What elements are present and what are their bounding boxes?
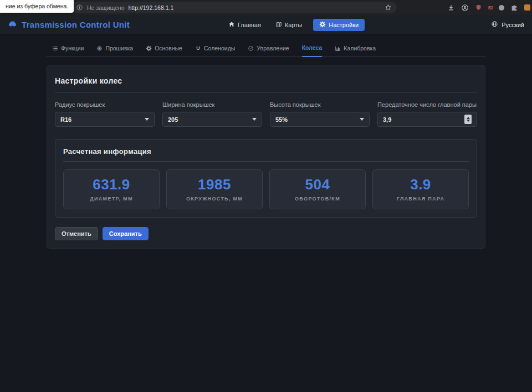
- tire-radius-select[interactable]: R16: [55, 112, 155, 127]
- stats-row: 631.9 ДИАМЕТР, ММ 1985 ОКРУЖНОСТЬ, ММ 50…: [63, 169, 469, 209]
- stat-value: 504: [273, 176, 362, 193]
- language-selector[interactable]: Русский: [491, 20, 524, 29]
- number-stepper[interactable]: [464, 115, 472, 124]
- circle-extension-icon[interactable]: [499, 5, 504, 11]
- list-icon: [52, 45, 58, 51]
- tab-label: Колеса: [302, 44, 323, 51]
- map-icon: [275, 21, 282, 29]
- stat-diameter: 631.9 ДИАМЕТР, ММ: [63, 169, 160, 209]
- settings-tabs: Функции Прошивка Основные: [47, 35, 485, 57]
- app-title: Transmission Control Unit: [22, 20, 130, 29]
- tab-functions[interactable]: Функции: [52, 45, 84, 56]
- bookmark-star-icon[interactable]: [385, 4, 392, 11]
- stat-value: 3.9: [376, 176, 465, 193]
- main-nav: Главная Карты Настройки: [225, 19, 365, 31]
- gear-icon: [319, 21, 326, 29]
- card-title: Настройки колес: [55, 73, 477, 87]
- divider: [63, 161, 469, 162]
- tab-solenoids[interactable]: Соленоиды: [195, 45, 235, 56]
- nav-home-label: Главная: [238, 22, 261, 28]
- tire-width-select[interactable]: 205: [162, 112, 262, 127]
- field-tire-height: Высота покрышек 55%: [270, 101, 370, 127]
- language-label: Русский: [502, 22, 524, 28]
- stat-label: ГЛАВНАЯ ПАРА: [376, 196, 465, 202]
- url-text[interactable]: http://192.168.1.1: [129, 4, 174, 11]
- security-label: Не защищено: [87, 4, 125, 11]
- cancel-button[interactable]: Отменить: [55, 227, 98, 240]
- home-icon: [228, 21, 235, 29]
- tire-height-select[interactable]: 55%: [270, 112, 370, 127]
- chevron-down-icon: [360, 118, 364, 121]
- stat-label: ДИАМЕТР, ММ: [67, 196, 156, 202]
- stat-value: 631.9: [67, 176, 156, 193]
- info-icon[interactable]: [76, 4, 83, 11]
- divider: [55, 92, 477, 92]
- s-extension-icon[interactable]: S!: [488, 4, 493, 11]
- browser-extensions-area: S!: [447, 2, 531, 13]
- field-label: Радиус покрышек: [55, 101, 155, 108]
- nav-maps-label: Карты: [285, 22, 302, 28]
- browser-chrome: Не защищено http://192.168.1.1 S! ние из: [0, 0, 532, 15]
- field-final-drive-ratio: Передаточное число главной пары 3,9: [377, 101, 477, 127]
- wheel-settings-card: Настройки колес Радиус покрышек R16 Шири…: [47, 65, 485, 249]
- tab-firmware[interactable]: Прошивка: [96, 45, 133, 56]
- orange-extension-icon[interactable]: [524, 4, 530, 11]
- field-label: Ширина покрышек: [162, 101, 262, 108]
- tab-control[interactable]: Управление: [248, 45, 289, 56]
- nav-settings[interactable]: Настройки: [313, 19, 365, 31]
- clipboard-tooltip: ние из буфера обмена.: [0, 0, 74, 13]
- shield-extension-icon[interactable]: [475, 4, 482, 12]
- screen: Не защищено http://192.168.1.1 S! ние из: [0, 0, 532, 392]
- stepper-up-icon[interactable]: [467, 117, 470, 119]
- wheel-fields: Радиус покрышек R16 Ширина покрышек 205: [55, 101, 477, 127]
- tab-label: Основные: [155, 45, 182, 51]
- app-header: Transmission Control Unit Главная Карты …: [0, 15, 532, 35]
- user-profile-icon[interactable]: [461, 4, 469, 12]
- tab-wheels[interactable]: Колеса: [302, 44, 323, 57]
- chart-icon: [335, 45, 341, 51]
- nav-maps[interactable]: Карты: [272, 19, 305, 31]
- select-value: R16: [60, 116, 71, 123]
- field-tire-radius: Радиус покрышек R16: [55, 101, 155, 127]
- address-bar[interactable]: Не защищено http://192.168.1.1: [71, 2, 397, 13]
- globe-icon: [491, 20, 498, 29]
- save-button[interactable]: Сохранить: [103, 227, 149, 240]
- stat-label: ОБОРОТОВ/КМ: [273, 196, 362, 202]
- magnet-icon: [195, 45, 201, 51]
- car-icon: [8, 19, 17, 30]
- stepper-down-icon[interactable]: [467, 120, 470, 122]
- app-brand[interactable]: Transmission Control Unit: [8, 19, 130, 30]
- final-drive-ratio-input[interactable]: 3,9: [377, 112, 477, 127]
- chevron-down-icon: [252, 118, 257, 121]
- tab-calibration[interactable]: Калибровка: [335, 45, 376, 56]
- tab-label: Соленоиды: [204, 45, 235, 51]
- calculated-info-card: Расчетная информация 631.9 ДИАМЕТР, ММ 1…: [55, 139, 477, 218]
- select-value: 55%: [275, 116, 288, 123]
- field-label: Высота покрышек: [270, 101, 370, 108]
- field-label: Передаточное число главной пары: [377, 101, 477, 108]
- gauge-icon: [248, 45, 254, 51]
- tab-label: Функции: [61, 45, 84, 51]
- select-value: 205: [168, 116, 178, 123]
- puzzle-extension-icon[interactable]: [510, 4, 518, 12]
- stat-value: 1985: [170, 176, 259, 193]
- tab-general[interactable]: Основные: [146, 45, 182, 56]
- tab-label: Калибровка: [344, 45, 376, 51]
- field-tire-width: Ширина покрышек 205: [162, 101, 262, 127]
- stat-final-drive: 3.9 ГЛАВНАЯ ПАРА: [372, 169, 469, 209]
- stat-circumference: 1985 ОКРУЖНОСТЬ, ММ: [166, 169, 263, 209]
- gear-icon: [146, 45, 152, 51]
- tab-label: Прошивка: [105, 45, 133, 51]
- inner-card-title: Расчетная информация: [63, 147, 469, 156]
- nav-settings-label: Настройки: [329, 22, 359, 28]
- stat-revs-per-km: 504 ОБОРОТОВ/КМ: [269, 169, 366, 209]
- chevron-down-icon: [145, 118, 149, 121]
- page-body: Функции Прошивка Основные: [0, 35, 532, 392]
- nav-home[interactable]: Главная: [225, 19, 264, 31]
- stat-label: ОКРУЖНОСТЬ, ММ: [170, 196, 259, 202]
- tab-label: Управление: [257, 45, 289, 51]
- download-icon[interactable]: [447, 4, 455, 12]
- chip-icon: [96, 45, 103, 51]
- input-value: 3,9: [383, 116, 391, 123]
- form-actions: Отменить Сохранить: [55, 227, 477, 240]
